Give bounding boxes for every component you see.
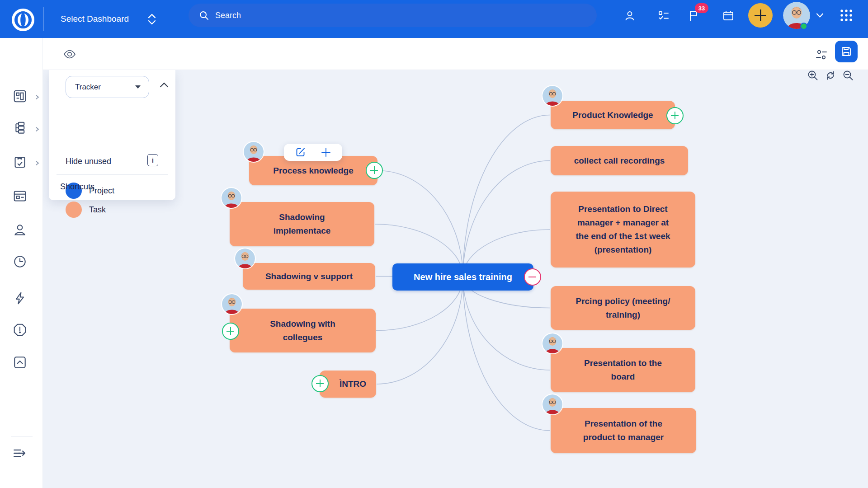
mindmap-node-presentation-direct-manager[interactable]: Presentation to Direct manager + manager… xyxy=(551,192,695,267)
mindmap-node-prcing-policy[interactable]: Prcing policy (meeting/ training) xyxy=(551,286,695,330)
hide-unused-label[interactable]: Hide unused xyxy=(66,157,111,166)
add-child-node-button[interactable] xyxy=(666,107,684,124)
add-child-node-button[interactable] xyxy=(366,162,383,179)
mindmap-node-collect-call-recordings[interactable]: collect call recordings xyxy=(551,146,688,175)
tracker-dropdown-value: Tracker xyxy=(75,83,101,92)
assignee-avatar[interactable] xyxy=(244,142,264,162)
info-icon[interactable]: i xyxy=(147,154,158,166)
panel-divider xyxy=(57,174,168,175)
sidebar-item-people[interactable] xyxy=(13,223,29,239)
sort-chevrons-icon xyxy=(147,14,157,25)
save-button[interactable] xyxy=(835,41,858,62)
add-child-node-button[interactable] xyxy=(222,323,239,340)
zoom-out-icon[interactable] xyxy=(842,70,854,81)
assignee-avatar[interactable] xyxy=(235,249,255,268)
sidebar-item-dashboards[interactable] xyxy=(13,89,29,105)
tracker-dropdown[interactable]: Tracker xyxy=(66,76,149,98)
mindmap-node-presentation-board[interactable]: Presentation to the board xyxy=(551,348,695,392)
mindmap-node-root[interactable]: New hire sales training xyxy=(392,263,533,291)
lightning-icon xyxy=(13,291,27,305)
collapse-node-button[interactable] xyxy=(524,268,541,286)
chevron-right-icon[interactable] xyxy=(34,94,40,100)
select-dashboard-button[interactable]: Select Dashboard xyxy=(61,0,157,38)
sidebar-item-projects[interactable] xyxy=(13,189,29,205)
search-input[interactable] xyxy=(215,11,532,20)
topbar: Select Dashboard 33 xyxy=(0,0,868,38)
legend-task-label: Task xyxy=(89,205,106,215)
assignee-avatar[interactable] xyxy=(542,86,562,106)
view-settings-icon[interactable] xyxy=(815,45,828,63)
app-logo[interactable] xyxy=(11,8,35,32)
legend-item-task[interactable]: Task xyxy=(66,202,106,218)
node-hover-toolbar xyxy=(284,144,342,161)
preview-eye-icon[interactable] xyxy=(63,47,76,61)
mindmap-node-product-knowledge[interactable]: Product Knowledge xyxy=(551,101,675,129)
project-card-icon xyxy=(13,189,27,203)
sidebar-item-alerts[interactable] xyxy=(13,323,29,339)
sidebar-divider xyxy=(11,436,33,436)
search-icon xyxy=(198,10,209,21)
apps-grid-icon[interactable] xyxy=(840,9,853,22)
collapse-panel-chevron-up-icon[interactable] xyxy=(160,82,169,88)
tasks-checklist-icon[interactable] xyxy=(658,10,670,22)
clients-icon[interactable] xyxy=(624,10,636,22)
chevron-up-square-icon xyxy=(13,355,27,370)
save-floppy-icon xyxy=(840,45,853,58)
mindmap-node-presentation-product-manager[interactable]: Presentation of the product to manager xyxy=(551,408,696,453)
chevron-right-icon[interactable] xyxy=(34,127,40,132)
chevron-down-icon[interactable] xyxy=(816,13,824,18)
add-child-node-button[interactable] xyxy=(311,375,329,392)
task-color-dot xyxy=(66,202,82,218)
shortcuts-link[interactable]: Shortcuts xyxy=(60,182,94,192)
edit-node-icon[interactable] xyxy=(295,146,307,158)
canvas-zoom-controls xyxy=(807,70,854,81)
tracker-legend-panel: Tracker Project Task Hide unused i Short… xyxy=(49,70,175,200)
sidebar-item-upload[interactable] xyxy=(13,355,29,371)
mindmap-node-shadowing-v-support[interactable]: Shadowing v support xyxy=(243,263,375,290)
assignee-avatar[interactable] xyxy=(222,294,242,314)
assignee-avatar[interactable] xyxy=(542,394,562,414)
caret-down-icon xyxy=(135,85,141,89)
sidebar-item-structure[interactable] xyxy=(13,121,29,137)
sidebar-item-time[interactable] xyxy=(13,254,29,271)
notification-badge: 33 xyxy=(695,3,708,13)
topbar-separator xyxy=(43,7,44,31)
alert-octagon-icon xyxy=(13,323,27,337)
zoom-in-icon[interactable] xyxy=(807,70,819,81)
add-node-icon[interactable] xyxy=(320,146,332,158)
org-structure-icon xyxy=(13,121,27,136)
search-bar[interactable] xyxy=(189,4,597,27)
calendar-icon[interactable] xyxy=(722,10,734,22)
chevron-right-icon[interactable] xyxy=(34,160,40,166)
canvas-toolbar xyxy=(43,38,868,70)
create-new-button[interactable] xyxy=(748,3,773,28)
dashboard-icon xyxy=(13,89,27,103)
clock-icon xyxy=(13,254,27,269)
online-status-dot xyxy=(800,23,807,30)
person-icon xyxy=(13,223,27,237)
clipboard-check-icon xyxy=(13,155,27,169)
expand-sidebar-icon[interactable] xyxy=(12,446,27,461)
assignee-avatar[interactable] xyxy=(222,188,241,208)
left-sidebar xyxy=(0,38,43,488)
sidebar-item-automation[interactable] xyxy=(13,291,29,307)
select-dashboard-label: Select Dashboard xyxy=(61,14,129,24)
refresh-icon[interactable] xyxy=(825,70,836,81)
assignee-avatar[interactable] xyxy=(542,333,562,353)
sidebar-item-tasks[interactable] xyxy=(13,155,29,171)
mindmap-node-shadowing-with-collegues[interactable]: Shadowing with collegues xyxy=(230,309,376,352)
mindmap-node-shadowing-implementace[interactable]: Shadowing implementace xyxy=(230,202,374,246)
